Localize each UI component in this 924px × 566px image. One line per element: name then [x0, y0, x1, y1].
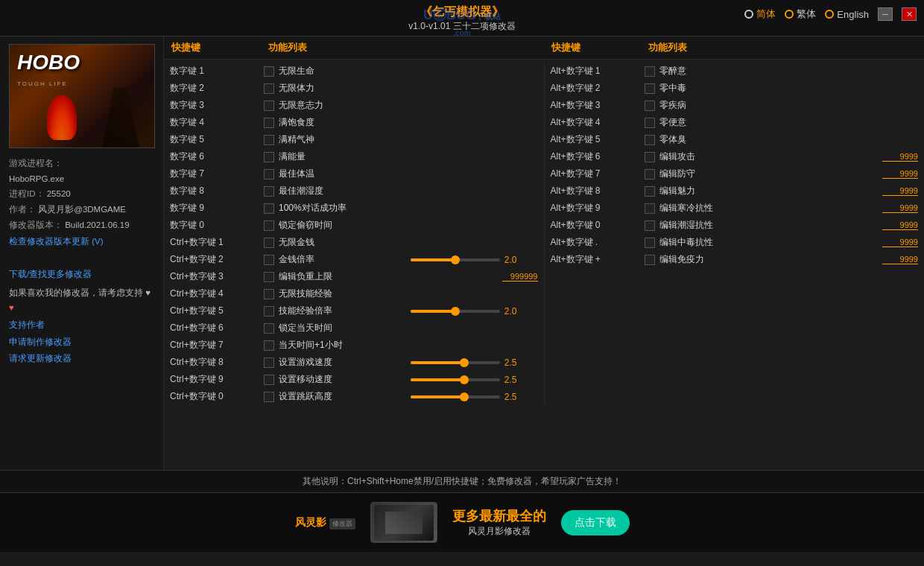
slider-thumb[interactable]: [460, 375, 469, 384]
slider-track[interactable]: [411, 395, 500, 398]
request-trainer-link[interactable]: 申请制作修改器: [9, 334, 154, 350]
slider-track[interactable]: [411, 378, 500, 381]
download-link[interactable]: 下载/查找更多修改器: [9, 267, 154, 282]
feature-checkbox[interactable]: [264, 186, 274, 197]
feature-checkbox[interactable]: [645, 186, 655, 197]
slider-thumb[interactable]: [451, 255, 460, 264]
feature-checkbox[interactable]: [264, 255, 274, 265]
lang-english[interactable]: English: [825, 9, 869, 20]
lang-traditional-radio[interactable]: [785, 10, 794, 19]
feature-input[interactable]: [882, 220, 918, 230]
feature-name: 编辑潮湿抗性: [659, 219, 879, 232]
feature-checkbox[interactable]: [264, 323, 274, 334]
hotkey-label: 数字键 6: [170, 150, 259, 163]
lang-simple-radio[interactable]: [744, 10, 753, 19]
feature-checkbox[interactable]: [264, 238, 274, 248]
lang-traditional[interactable]: 繁体: [785, 7, 816, 21]
hotkey-label: Ctrl+数字键 0: [170, 390, 259, 403]
feature-checkbox[interactable]: [264, 83, 274, 94]
close-button[interactable]: ✕: [902, 7, 917, 21]
feature-name: 金钱倍率: [279, 253, 406, 266]
ad-download-button[interactable]: 点击下载: [561, 510, 630, 535]
feature-checkbox[interactable]: [264, 375, 274, 385]
slider-fill: [411, 258, 455, 261]
list-item: Alt+数字键 1零醉意: [551, 63, 919, 80]
feature-name: 满精气神: [279, 133, 538, 146]
support-text: 如果喜欢我的修改器，请考虑支持 ♥ ♥: [9, 285, 154, 316]
hotkey-label: Ctrl+数字键 6: [170, 322, 259, 334]
feature-input[interactable]: [502, 272, 538, 282]
slider-fill: [411, 310, 455, 313]
slider-track[interactable]: [411, 258, 500, 261]
minimize-button[interactable]: ─: [878, 7, 893, 21]
feature-checkbox[interactable]: [264, 306, 274, 317]
slider-track[interactable]: [411, 310, 500, 313]
ad-logo-section: 风灵影 修改器: [295, 516, 355, 530]
slider-track[interactable]: [411, 361, 500, 364]
feature-checkbox[interactable]: [264, 220, 274, 231]
list-item: Ctrl+数字键 7当天时间+1小时: [170, 337, 538, 354]
list-item: 数字键 8最佳潮湿度: [170, 182, 538, 200]
function-header-2: 功能列表: [648, 41, 917, 54]
slider-value: 2.5: [504, 357, 522, 368]
feature-input[interactable]: [882, 238, 918, 247]
feature-checkbox[interactable]: [264, 135, 274, 145]
feature-input[interactable]: [882, 255, 918, 264]
feature-checkbox[interactable]: [645, 238, 655, 248]
hotkey-label: 数字键 4: [170, 116, 259, 129]
feature-checkbox[interactable]: [645, 255, 655, 265]
slider-thumb[interactable]: [460, 358, 469, 367]
feature-checkbox[interactable]: [264, 101, 274, 111]
feature-name: 零醉意: [659, 65, 919, 77]
feature-name: 最佳潮湿度: [279, 185, 538, 197]
feature-checkbox[interactable]: [264, 118, 274, 128]
update-trainer-link[interactable]: 请求更新修改器: [9, 351, 154, 366]
feature-checkbox[interactable]: [645, 152, 655, 162]
feature-checkbox[interactable]: [264, 392, 274, 402]
feature-checkbox[interactable]: [645, 118, 655, 128]
feature-checkbox[interactable]: [645, 83, 655, 94]
list-item: Ctrl+数字键 0设置跳跃高度2.5: [170, 388, 538, 405]
list-item: Ctrl+数字键 1无限金钱: [170, 234, 538, 251]
feature-name: 编辑魅力: [659, 185, 879, 197]
list-item: Ctrl+数字键 4无限技能经验: [170, 285, 538, 302]
hotkey-label: Ctrl+数字键 3: [170, 270, 259, 283]
feature-checkbox[interactable]: [264, 203, 274, 214]
status-text: 其他说明：Ctrl+Shift+Home禁用/启用快捷键；免费修改器，希望玩家广…: [303, 476, 621, 486]
lang-english-radio[interactable]: [825, 10, 834, 19]
hotkey-label: Ctrl+数字键 7: [170, 339, 259, 352]
feature-checkbox[interactable]: [264, 289, 274, 299]
list-item: Ctrl+数字键 6锁定当天时间: [170, 319, 538, 337]
feature-checkbox[interactable]: [645, 203, 655, 214]
feature-checkbox[interactable]: [645, 66, 655, 77]
slider-thumb[interactable]: [451, 307, 460, 316]
lang-simple[interactable]: 简体: [744, 7, 776, 21]
feature-checkbox[interactable]: [264, 66, 274, 77]
author-row: 作者： 风灵月影@3DMGAME: [9, 202, 154, 217]
hotkey-label: Alt+数字键 4: [551, 116, 640, 129]
feature-input[interactable]: [882, 186, 918, 196]
hotkey-label: 数字键 5: [170, 133, 259, 146]
feature-checkbox[interactable]: [264, 272, 274, 282]
list-item: Alt+数字键 8编辑魅力: [551, 182, 919, 200]
feature-checkbox[interactable]: [264, 169, 274, 179]
hotkey-label: Alt+数字键 6: [551, 150, 640, 163]
feature-checkbox[interactable]: [645, 101, 655, 111]
feature-checkbox[interactable]: [645, 135, 655, 145]
feature-checkbox[interactable]: [645, 220, 655, 231]
hotkey-label: Alt+数字键 9: [551, 202, 640, 214]
check-update-link[interactable]: 检查修改器版本更新 (V): [9, 234, 154, 249]
hotkey-label: Ctrl+数字键 9: [170, 373, 259, 386]
list-item: Ctrl+数字键 5技能经验倍率2.0: [170, 302, 538, 319]
feature-checkbox[interactable]: [264, 340, 274, 351]
list-item: Alt+数字键 5零体臭: [551, 131, 919, 148]
feature-checkbox[interactable]: [264, 357, 274, 368]
feature-input[interactable]: [882, 203, 918, 213]
feature-checkbox[interactable]: [264, 152, 274, 162]
feature-checkbox[interactable]: [645, 169, 655, 179]
support-author-link[interactable]: 支持作者: [9, 317, 154, 333]
list-item: Ctrl+数字键 9设置移动速度2.5: [170, 371, 538, 388]
feature-input[interactable]: [882, 169, 918, 179]
slider-thumb[interactable]: [460, 392, 469, 401]
feature-input[interactable]: [882, 152, 918, 162]
